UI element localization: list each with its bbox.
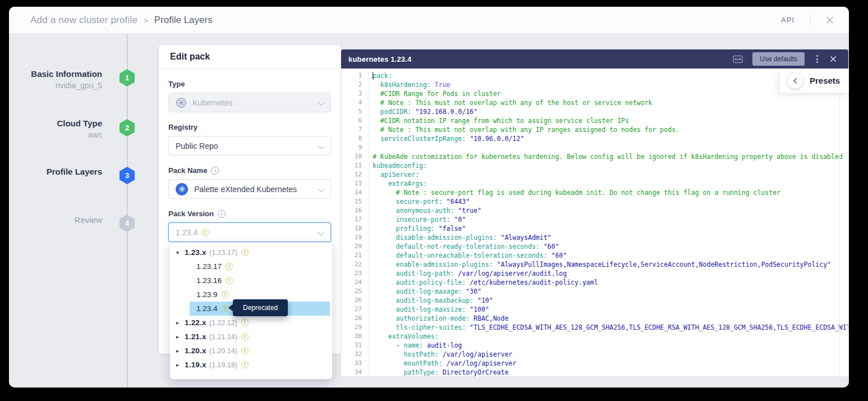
code-line: 3 #CIDR Range for Pods in cluster: [341, 89, 848, 98]
code-line: 23 audit-log-path: /var/log/apiserver/au…: [341, 269, 848, 278]
editor-close-icon[interactable]: [830, 56, 837, 62]
line-number: 13: [341, 179, 362, 188]
step-cloud-type[interactable]: Cloud Type aws: [9, 118, 102, 141]
line-number: 26: [341, 296, 362, 305]
version-group-option[interactable]: ▸1.22.x(1.22.12)!: [170, 316, 332, 330]
code-line: 22 enable-admission-plugins: "AlwaysPull…: [341, 260, 848, 269]
step-subtitle: aws: [9, 129, 102, 141]
editor-title: kubernetes 1.23.4: [348, 55, 412, 63]
chevron-down-icon: [318, 230, 324, 236]
close-icon[interactable]: [825, 16, 834, 25]
version-group-option[interactable]: ▾1.23.x(1.23.17)!: [170, 245, 332, 259]
caret-right-icon[interactable]: ▸: [176, 334, 185, 340]
code-line: 6 #CIDR notation IP range from which to …: [341, 116, 848, 125]
version-latest-hint: (1.20.14): [209, 347, 237, 355]
version-group-label: 1.20.x: [185, 347, 206, 355]
line-number: 6: [341, 116, 362, 125]
code-line: 25 audit-log-maxage: "30": [341, 287, 848, 296]
type-value: Kubernetes: [192, 98, 233, 107]
warning-icon: !: [222, 291, 229, 298]
kubernetes-logo-icon: [176, 183, 188, 195]
caret-down-icon[interactable]: ▾: [176, 249, 185, 256]
code-line: 27 audit-log-maxsize: "100": [341, 305, 848, 314]
line-number: 15: [341, 197, 362, 206]
editor-header: kubernetes 1.23.4 Use defaults: [341, 49, 848, 69]
registry-value: Public Repo: [176, 142, 218, 151]
pack-version-label: Pack Version i: [168, 209, 331, 218]
code-line: 13 extraArgs:: [341, 179, 848, 188]
breadcrumb-parent[interactable]: Add a new cluster profile: [30, 15, 137, 26]
warning-icon: !: [222, 305, 229, 312]
caret-right-icon[interactable]: ▸: [176, 362, 185, 368]
caret-right-icon[interactable]: ▸: [176, 348, 185, 354]
editor-scroll-track[interactable]: [839, 93, 840, 376]
line-number: 24: [341, 278, 362, 287]
code-line: 10# KubeAdm customization for kubernetes…: [341, 152, 848, 161]
version-group-option[interactable]: ▸1.20.x(1.20.14)!: [170, 344, 332, 358]
pack-version-input[interactable]: 1.23.4 !: [168, 222, 331, 242]
version-group-option[interactable]: ▸1.19.x(1.19.18)!: [170, 358, 332, 372]
line-number: 20: [341, 242, 362, 251]
yaml-code-area[interactable]: 1pack:2 k8sHardening: True3 #CIDR Range …: [341, 69, 848, 376]
version-option-label: 1.23.4: [196, 304, 218, 313]
version-option[interactable]: 1.23.17!: [170, 259, 332, 274]
step-1-badge[interactable]: 1: [120, 69, 135, 86]
pack-name-label: Pack Name i: [168, 166, 331, 175]
header-divider: [810, 14, 810, 26]
chevron-left-icon[interactable]: [787, 73, 803, 89]
warning-icon: !: [241, 333, 249, 340]
pack-version-value: 1.23.4: [176, 228, 198, 237]
step-review[interactable]: Review: [9, 215, 102, 226]
line-number: 32: [341, 350, 362, 359]
code-line: 12 apiServer:: [341, 170, 848, 179]
version-latest-hint: (1.23.17): [209, 249, 237, 257]
info-icon[interactable]: i: [211, 167, 219, 175]
version-group-label: 1.23.x: [185, 248, 206, 257]
breadcrumb-separator-icon: >: [144, 15, 148, 25]
presets-title[interactable]: Presets: [810, 76, 840, 85]
step-title: Profile Layers: [9, 166, 102, 177]
info-icon[interactable]: i: [218, 210, 226, 218]
pack-name-select[interactable]: Palette eXtended Kubernetes: [168, 179, 331, 199]
caret-right-icon[interactable]: ▸: [176, 320, 185, 326]
type-label: Type: [168, 79, 331, 89]
text-cursor: [373, 72, 373, 79]
use-defaults-button[interactable]: Use defaults: [752, 52, 805, 66]
chevron-down-icon: [318, 143, 324, 149]
code-line: 34 pathType: DirectoryOrCreate: [341, 368, 848, 376]
code-line: 20 default-not-ready-toleration-seconds:…: [341, 242, 848, 251]
api-button[interactable]: API: [781, 16, 794, 24]
code-line: 30 extraVolumes:: [341, 332, 848, 341]
line-number: 25: [341, 287, 362, 296]
split-view-icon[interactable]: [733, 55, 743, 63]
chevron-down-icon: [318, 186, 324, 193]
registry-label: Registry: [168, 122, 331, 132]
line-number: 2: [341, 80, 362, 89]
version-group-option[interactable]: ▸1.21.x(1.21.14)!: [170, 330, 332, 344]
line-number: 5: [341, 107, 362, 116]
code-line: 9: [341, 143, 848, 152]
line-number: 29: [341, 323, 362, 332]
step-3-badge[interactable]: 3: [120, 167, 135, 184]
code-line: 5 podCIDR: "192.168.0.0/16": [341, 107, 848, 116]
app-window: Add a new cluster profile > Profile Laye…: [9, 7, 849, 388]
line-number: 27: [341, 305, 362, 314]
line-number: 30: [341, 332, 362, 341]
step-4-badge[interactable]: 4: [120, 215, 135, 232]
registry-select[interactable]: Public Repo: [168, 136, 331, 156]
code-line: 24 audit-policy-file: /etc/kubernetes/au…: [341, 278, 848, 287]
warning-icon: !: [201, 229, 209, 236]
line-number: 19: [341, 233, 362, 242]
line-number: 10: [341, 152, 362, 161]
version-option[interactable]: 1.23.16!: [170, 274, 332, 288]
kebab-menu-icon[interactable]: [814, 54, 820, 64]
version-option-label: 1.23.17: [196, 262, 222, 271]
step-2-badge[interactable]: 2: [120, 119, 135, 136]
yaml-editor-panel: kubernetes 1.23.4 Use defaults 1pack:2 k…: [341, 49, 848, 376]
code-line: 29 tls-cipher-suites: "TLS_ECDHE_ECDSA_W…: [341, 323, 848, 332]
step-profile-layers[interactable]: Profile Layers: [9, 166, 102, 177]
stepper-connector: [127, 34, 128, 388]
line-number: 7: [341, 125, 362, 134]
step-basic-information[interactable]: Basic Information nvidia_gpu_5: [9, 69, 102, 92]
line-number: 9: [341, 143, 362, 152]
